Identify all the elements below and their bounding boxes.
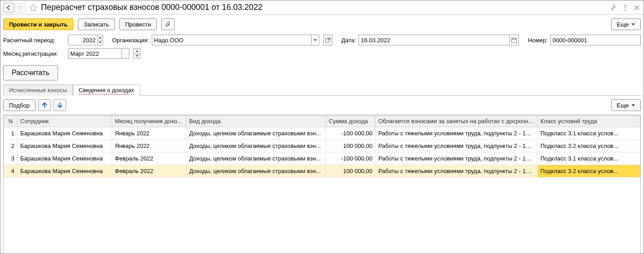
table-row[interactable]: 3Барашкова Мария СеменовнаФевраль 2022До… [4, 152, 640, 165]
cell-taxed[interactable]: Работы с тяжелыми условиями труда, подпу… [376, 127, 538, 140]
calculate-button[interactable]: Рассчитать [3, 65, 58, 80]
calendar-icon[interactable] [509, 35, 519, 45]
cell-class[interactable]: Подкласс 3.2 класса услов... [538, 165, 640, 178]
post-button[interactable]: Провести [119, 18, 157, 30]
spinner-up-icon[interactable] [98, 35, 103, 40]
form-panel: Расчетный период: Организация: Дата: Ном… [0, 34, 644, 64]
number-label: Номер: [528, 37, 548, 44]
org-open-button[interactable] [323, 35, 332, 45]
col-income-type[interactable]: Вид дохода [186, 116, 326, 127]
number-input[interactable] [551, 37, 640, 44]
table-row[interactable]: 2Барашкова Мария СеменовнаЯнварь 2022Дох… [4, 140, 640, 152]
cell-month[interactable]: Январь 2022 [112, 127, 186, 140]
cell-taxed[interactable]: Работы с тяжелыми условиями труда, подпу… [376, 140, 538, 152]
window-title: Перерасчет страховых взносов 0000-000001… [41, 3, 263, 12]
date-field[interactable] [358, 35, 519, 45]
regmonth-spinner[interactable] [134, 49, 140, 58]
regmonth-input[interactable] [68, 50, 122, 57]
titlebar: Перерасчет страховых взносов 0000-000001… [0, 0, 644, 15]
regmonth-label: Месяц регистрации: [3, 50, 65, 57]
post-and-close-button[interactable]: Провести и закрыть [3, 18, 73, 30]
cell-n[interactable]: 2 [4, 140, 18, 152]
cell-n[interactable]: 4 [4, 165, 18, 178]
svg-point-0 [625, 4, 626, 6]
cell-month[interactable]: Февраль 2022 [112, 165, 186, 178]
cell-n[interactable]: 3 [4, 152, 18, 165]
tabs: Исчисленные взносы Сведения о доходах [3, 84, 641, 96]
period-input[interactable] [68, 37, 97, 44]
table-more-button[interactable]: Еще [611, 99, 641, 111]
move-down-button[interactable] [54, 99, 66, 111]
tab-income-info[interactable]: Сведения о доходах [73, 85, 140, 96]
col-n[interactable]: N [4, 116, 18, 127]
more-button[interactable]: Еще [611, 18, 641, 30]
cell-month[interactable]: Январь 2022 [112, 140, 186, 152]
col-month[interactable]: Месяц получения дохода [112, 116, 186, 127]
cell-employee[interactable]: Барашкова Мария Семеновна [18, 140, 112, 152]
cell-month[interactable]: Февраль 2022 [112, 152, 186, 165]
period-field[interactable] [68, 35, 103, 45]
date-input[interactable] [359, 37, 509, 44]
move-up-button[interactable] [38, 99, 51, 111]
cell-taxed[interactable]: Работы с тяжелыми условиями труда, подпу… [376, 165, 538, 178]
favorite-star-icon[interactable] [29, 4, 37, 12]
cell-sum[interactable]: -100 000,00 [326, 152, 376, 165]
write-button[interactable]: Записать [78, 18, 115, 30]
cell-income_type[interactable]: Доходы, целиком облагаемые страховыми вз… [186, 152, 326, 165]
regmonth-spinner-field[interactable] [133, 48, 141, 59]
arrow-up-icon [42, 102, 47, 108]
link-icon[interactable] [609, 3, 617, 13]
regmonth-select-icon[interactable]: ... [122, 49, 129, 58]
nav-back-button[interactable] [3, 3, 14, 13]
regmonth-field[interactable]: ... [68, 48, 129, 59]
svg-point-2 [625, 9, 626, 10]
svg-point-1 [625, 7, 626, 8]
period-label: Расчетный период: [3, 37, 65, 44]
cell-income_type[interactable]: Доходы, целиком облагаемые страховыми вз… [186, 127, 326, 140]
period-spinner[interactable] [97, 35, 103, 45]
svg-rect-4 [512, 38, 517, 42]
nav-forward-button[interactable] [15, 3, 26, 13]
number-field[interactable] [550, 35, 641, 45]
cell-class[interactable]: Подкласс 3.1 класса услов... [538, 127, 640, 140]
col-class[interactable]: Класс условий труда [538, 116, 640, 127]
attach-button[interactable] [161, 18, 175, 30]
cell-sum[interactable]: 100 000,00 [326, 165, 376, 178]
cell-employee[interactable]: Барашкова Мария Семеновна [18, 165, 112, 178]
table-row[interactable]: 1Барашкова Мария СеменовнаЯнварь 2022Дох… [4, 127, 640, 140]
table-header-row: N Сотрудник Месяц получения дохода Вид д… [4, 116, 640, 127]
kebab-menu-icon[interactable] [621, 3, 629, 13]
table-row[interactable]: 4Барашкова Мария СеменовнаФевраль 2022До… [4, 165, 640, 178]
col-employee[interactable]: Сотрудник [18, 116, 112, 127]
paperclip-icon [165, 21, 171, 27]
spinner-down-icon[interactable] [134, 54, 140, 59]
cell-taxed[interactable]: Работы с тяжелыми условиями труда, подпу… [376, 152, 538, 165]
cell-class[interactable]: Подкласс 3.2 класса услов... [538, 140, 640, 152]
org-input[interactable] [152, 37, 311, 44]
cell-income_type[interactable]: Доходы, целиком облагаемые страховыми вз… [186, 165, 326, 178]
cell-employee[interactable]: Барашкова Мария Семеновна [18, 152, 112, 165]
tab-calculated-contributions[interactable]: Исчисленные взносы [3, 85, 73, 96]
org-label: Организация: [112, 37, 149, 44]
org-field[interactable] [152, 35, 319, 45]
table-toolbar: Подбор Еще [0, 96, 644, 115]
cell-sum[interactable]: 100 000,00 [326, 140, 376, 152]
main-toolbar: Провести и закрыть Записать Провести Еще [0, 15, 644, 34]
cell-class[interactable]: Подкласс 3.1 класса услов... [538, 152, 640, 165]
pick-button[interactable]: Подбор [3, 99, 36, 111]
org-dropdown-icon[interactable] [311, 35, 319, 45]
cell-income_type[interactable]: Доходы, целиком облагаемые страховыми вз… [186, 140, 326, 152]
spinner-up-icon[interactable] [134, 49, 140, 54]
col-taxed[interactable]: Облагается взносами за занятых на работа… [376, 116, 538, 127]
open-external-icon [325, 37, 331, 43]
col-sum[interactable]: Сумма дохода [326, 116, 376, 127]
cell-employee[interactable]: Барашкова Мария Семеновна [18, 127, 112, 140]
arrow-down-icon [57, 102, 63, 108]
close-icon[interactable] [633, 3, 641, 13]
spinner-down-icon[interactable] [98, 40, 103, 45]
cell-n[interactable]: 1 [4, 127, 18, 140]
cell-sum[interactable]: -100 000,00 [326, 127, 376, 140]
date-label: Дата: [341, 37, 356, 44]
income-table[interactable]: N Сотрудник Месяц получения дохода Вид д… [3, 115, 641, 254]
